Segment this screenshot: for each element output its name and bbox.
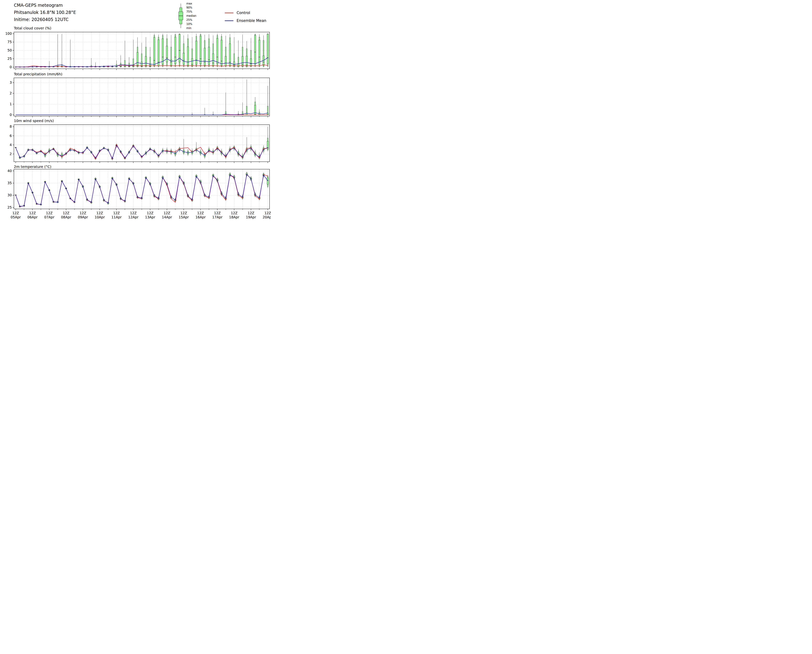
svg-text:12Z: 12Z [113, 211, 120, 215]
svg-text:12Z: 12Z [164, 211, 170, 215]
legend-label-min: min [187, 26, 191, 30]
ensemble-swatch [225, 20, 233, 21]
panel-cloud-chart: 0255075100 [0, 30, 271, 71]
svg-text:20Apr: 20Apr [263, 215, 271, 219]
panel-temp-chart: 2530354012Z05Apr12Z06Apr12Z07Apr12Z08Apr… [0, 167, 271, 219]
panel-precip-chart: 0123 [0, 76, 271, 118]
boxplot-legend-glyph [177, 2, 185, 31]
svg-text:12Z: 12Z [231, 211, 237, 215]
legend-label-median: median [187, 14, 196, 17]
panel-title-cloud: Total cloud cover (%) [14, 26, 51, 30]
legend-label-max: max [187, 2, 192, 5]
legend-label-10: 10% [187, 23, 192, 26]
svg-text:0: 0 [10, 113, 12, 117]
svg-text:12Z: 12Z [197, 211, 204, 215]
svg-text:05Apr: 05Apr [11, 215, 21, 219]
svg-text:12Z: 12Z [214, 211, 220, 215]
svg-text:6: 6 [10, 134, 12, 138]
svg-text:50: 50 [8, 48, 12, 52]
svg-text:12Apr: 12Apr [128, 215, 138, 219]
svg-text:25: 25 [8, 205, 12, 209]
svg-text:8: 8 [10, 124, 12, 128]
svg-text:2: 2 [10, 91, 12, 95]
svg-text:10Apr: 10Apr [95, 215, 105, 219]
svg-text:30: 30 [8, 193, 12, 197]
legend-label-90: 90% [187, 6, 192, 9]
svg-text:3: 3 [10, 81, 12, 84]
svg-text:08Apr: 08Apr [61, 215, 71, 219]
svg-text:12Z: 12Z [265, 211, 271, 215]
svg-text:12Z: 12Z [180, 211, 187, 215]
svg-text:12Z: 12Z [63, 211, 69, 215]
legend-label-75: 75% [187, 10, 192, 13]
svg-text:12Z: 12Z [80, 211, 86, 215]
svg-text:75: 75 [8, 40, 12, 44]
svg-text:25: 25 [8, 57, 12, 61]
svg-text:4: 4 [10, 143, 12, 147]
ensemble-label: Ensemble Mean [237, 18, 266, 23]
control-swatch [225, 13, 233, 13]
svg-text:12Z: 12Z [248, 211, 254, 215]
svg-text:12Z: 12Z [46, 211, 52, 215]
svg-text:06Apr: 06Apr [28, 215, 38, 219]
svg-text:12Z: 12Z [96, 211, 103, 215]
svg-text:17Apr: 17Apr [212, 215, 222, 219]
svg-text:18Apr: 18Apr [229, 215, 239, 219]
svg-text:12Z: 12Z [130, 211, 137, 215]
svg-text:11Apr: 11Apr [111, 215, 121, 219]
svg-text:12Z: 12Z [12, 211, 19, 215]
svg-text:1: 1 [10, 102, 12, 106]
svg-text:35: 35 [8, 181, 12, 185]
meteogram-page: CMA-GEPS meteogram Phitsanulok 16.8°N 10… [0, 0, 271, 219]
svg-text:15Apr: 15Apr [179, 215, 189, 219]
legend-label-25: 25% [187, 18, 192, 21]
svg-text:16Apr: 16Apr [196, 215, 206, 219]
svg-text:07Apr: 07Apr [44, 215, 54, 219]
svg-text:100: 100 [5, 32, 12, 35]
panel-wind-chart: 2468 [0, 123, 271, 164]
chart-location: Phitsanulok 16.8°N 100.28°E [14, 10, 76, 15]
svg-text:12Z: 12Z [147, 211, 153, 215]
control-label: Control [237, 11, 250, 15]
svg-text:19Apr: 19Apr [246, 215, 256, 219]
chart-title: CMA-GEPS meteogram [14, 3, 63, 8]
svg-text:0: 0 [10, 65, 12, 69]
svg-text:13Apr: 13Apr [145, 215, 155, 219]
panel-title-wind: 10m wind speed (m/s) [14, 119, 54, 123]
svg-text:12Z: 12Z [29, 211, 36, 215]
chart-initime: Initime: 20260405 12UTC [14, 17, 69, 22]
svg-text:40: 40 [8, 169, 12, 173]
svg-text:2: 2 [10, 152, 12, 156]
svg-text:14Apr: 14Apr [162, 215, 172, 219]
panel-title-precip: Total precipitation (mm/6h) [14, 72, 62, 76]
svg-text:09Apr: 09Apr [78, 215, 88, 219]
